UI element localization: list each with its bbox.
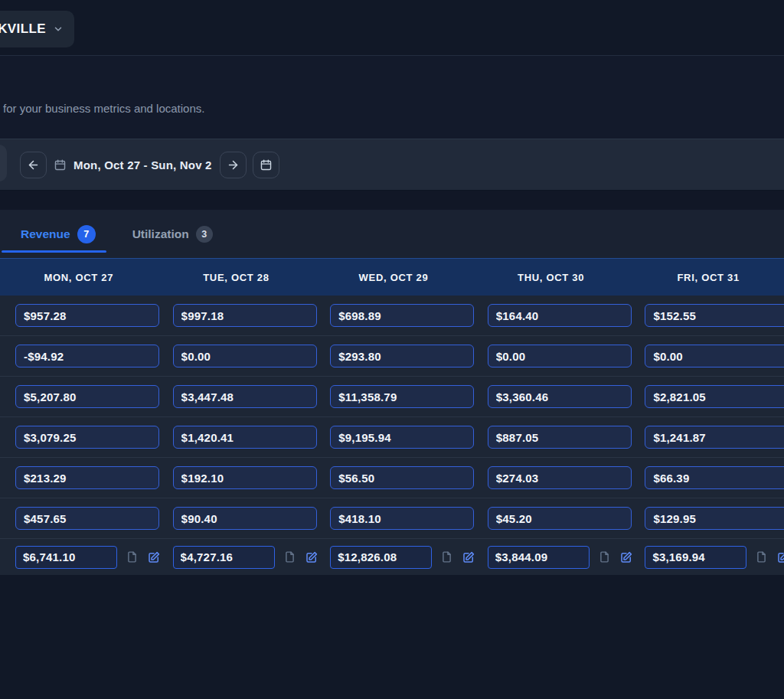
calendar-icon bbox=[54, 158, 67, 171]
revenue-cell-input[interactable] bbox=[645, 345, 784, 367]
revenue-cell-input[interactable] bbox=[645, 385, 784, 408]
table-cell bbox=[629, 498, 784, 538]
calendar-icon bbox=[260, 158, 273, 171]
total-cell bbox=[315, 539, 472, 575]
table-cell bbox=[158, 498, 315, 538]
table-cell bbox=[158, 336, 315, 376]
revenue-cell-input[interactable] bbox=[645, 304, 784, 327]
table-cell bbox=[629, 377, 784, 416]
tab-revenue-badge: 7 bbox=[77, 225, 96, 243]
column-header: TUE, OCT 28 bbox=[158, 259, 315, 296]
file-icon[interactable] bbox=[126, 550, 139, 563]
arrow-left-icon bbox=[27, 158, 40, 171]
divider-strip bbox=[0, 191, 784, 210]
revenue-cell-input[interactable] bbox=[488, 466, 632, 489]
active-tab-underline bbox=[2, 250, 106, 253]
revenue-cell-input[interactable] bbox=[330, 304, 474, 327]
date-range-label: Mon, Oct 27 - Sun, Nov 2 bbox=[74, 158, 212, 171]
revenue-cell-input[interactable] bbox=[173, 385, 317, 408]
chevron-down-icon bbox=[53, 24, 64, 34]
tab-revenue[interactable]: Revenue 7 bbox=[21, 225, 96, 243]
file-icon[interactable] bbox=[440, 550, 453, 563]
revenue-cell-input[interactable] bbox=[173, 507, 317, 530]
table-cell bbox=[472, 417, 630, 457]
total-cell bbox=[629, 539, 784, 575]
revenue-cell-input[interactable] bbox=[15, 466, 159, 489]
revenue-cell-input[interactable] bbox=[330, 385, 474, 408]
revenue-cell-input[interactable] bbox=[645, 466, 784, 489]
table-cell bbox=[158, 377, 315, 416]
revenue-cell-input[interactable] bbox=[488, 426, 632, 449]
table-cell bbox=[0, 417, 158, 457]
table-cell bbox=[158, 417, 315, 457]
page-subtitle: for your business metrics and locations. bbox=[3, 102, 204, 115]
location-selector[interactable]: KVILLE bbox=[0, 11, 74, 47]
revenue-cell-input[interactable] bbox=[15, 426, 159, 449]
table-cell bbox=[629, 336, 784, 376]
partial-left-control[interactable] bbox=[0, 145, 7, 181]
file-icon[interactable] bbox=[283, 550, 296, 563]
table-cell bbox=[0, 336, 158, 376]
revenue-table-body bbox=[0, 296, 784, 576]
table-cell bbox=[315, 417, 472, 457]
revenue-cell-input[interactable] bbox=[645, 507, 784, 530]
column-header: FRI, OCT 31 bbox=[629, 259, 784, 296]
revenue-cell-input[interactable] bbox=[488, 385, 632, 408]
table-row bbox=[0, 498, 784, 539]
revenue-cell-input[interactable] bbox=[173, 304, 317, 327]
tab-utilization-label: Utilization bbox=[132, 227, 189, 241]
revenue-cell-input[interactable] bbox=[15, 385, 159, 408]
revenue-cell-input[interactable] bbox=[15, 345, 159, 367]
table-cell bbox=[315, 458, 472, 498]
revenue-cell-input[interactable] bbox=[330, 466, 474, 489]
table-cell bbox=[0, 377, 158, 416]
total-cell bbox=[158, 539, 315, 575]
revenue-cell-input[interactable] bbox=[488, 304, 632, 327]
next-week-button[interactable] bbox=[220, 152, 247, 178]
revenue-cell-input[interactable] bbox=[330, 507, 474, 530]
revenue-cell-input[interactable] bbox=[173, 466, 317, 489]
table-row bbox=[0, 417, 784, 458]
table-cell bbox=[629, 417, 784, 457]
table-cell bbox=[315, 296, 472, 335]
table-row bbox=[0, 336, 784, 377]
total-input[interactable] bbox=[173, 546, 275, 569]
table-cell bbox=[472, 296, 630, 335]
calendar-picker-button[interactable] bbox=[253, 152, 279, 178]
arrow-right-icon bbox=[227, 158, 240, 171]
revenue-cell-input[interactable] bbox=[173, 345, 317, 367]
total-input[interactable] bbox=[488, 546, 590, 569]
total-input[interactable] bbox=[645, 546, 746, 569]
column-header: MON, OCT 27 bbox=[0, 259, 158, 296]
revenue-cell-input[interactable] bbox=[15, 507, 159, 530]
table-cell bbox=[629, 458, 784, 498]
file-icon[interactable] bbox=[598, 550, 611, 563]
total-input[interactable] bbox=[330, 546, 432, 569]
empty-area bbox=[0, 575, 784, 699]
tab-revenue-label: Revenue bbox=[21, 227, 70, 241]
revenue-cell-input[interactable] bbox=[488, 507, 632, 530]
total-cell bbox=[472, 539, 630, 575]
top-bar: KVILLE bbox=[0, 0, 784, 56]
revenue-cell-input[interactable] bbox=[330, 426, 474, 449]
table-cell bbox=[0, 296, 158, 335]
table-cell bbox=[315, 336, 472, 376]
revenue-cell-input[interactable] bbox=[330, 345, 474, 367]
table-cell bbox=[472, 458, 630, 498]
prev-week-button[interactable] bbox=[20, 152, 47, 178]
table-row bbox=[0, 458, 784, 498]
table-cell bbox=[158, 296, 315, 335]
total-input[interactable] bbox=[15, 546, 117, 569]
revenue-cell-input[interactable] bbox=[488, 345, 632, 367]
file-icon[interactable] bbox=[755, 550, 768, 563]
revenue-cell-input[interactable] bbox=[173, 426, 317, 449]
tab-utilization[interactable]: Utilization 3 bbox=[132, 226, 213, 243]
edit-pencil-icon[interactable] bbox=[776, 550, 784, 564]
table-row bbox=[0, 296, 784, 336]
table-cell bbox=[315, 377, 472, 416]
table-cell bbox=[0, 458, 158, 498]
revenue-cell-input[interactable] bbox=[15, 304, 159, 327]
revenue-cell-input[interactable] bbox=[645, 426, 784, 449]
location-label: KVILLE bbox=[0, 21, 46, 37]
table-row bbox=[0, 377, 784, 417]
